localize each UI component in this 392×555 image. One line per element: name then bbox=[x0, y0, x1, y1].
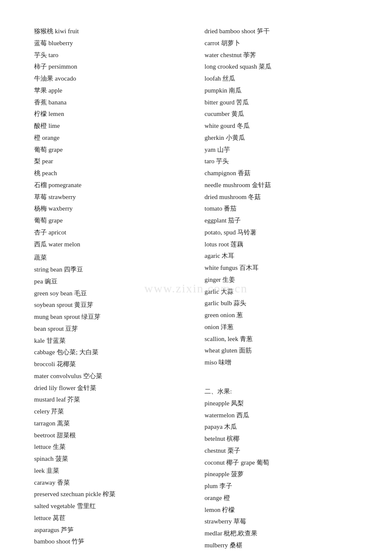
list-item: garlic 大蒜 bbox=[205, 286, 358, 298]
list-item: 葡萄 grape bbox=[34, 144, 187, 156]
list-item: 蔬菜 bbox=[34, 252, 187, 264]
list-item: orange 橙 bbox=[205, 492, 358, 504]
list-item: 牛油果 avocado bbox=[34, 73, 187, 85]
list-item: carrot 胡萝卜 bbox=[205, 38, 358, 49]
list-item: green onion 葱 bbox=[205, 309, 358, 321]
list-item: papaya 木瓜 bbox=[205, 421, 358, 433]
list-item: leek 韭菜 bbox=[34, 465, 187, 477]
list-item: salted vegetable 雪里红 bbox=[34, 500, 187, 512]
list-item: loofah 丝瓜 bbox=[205, 73, 358, 85]
list-item: kale 甘蓝菜 bbox=[34, 335, 187, 347]
list-item: medlar 枇杷,欧查果 bbox=[205, 528, 358, 540]
list-item: 橙 orange bbox=[34, 132, 187, 144]
list-item: string bean 四季豆 bbox=[34, 264, 187, 276]
list-item: potato, spud 马铃薯 bbox=[205, 227, 358, 239]
list-item: spinach 菠菜 bbox=[34, 453, 187, 465]
list-item: garlic bulb 蒜头 bbox=[205, 298, 358, 309]
list-item: preserved szechuan pickle 榨菜 bbox=[34, 489, 187, 500]
list-item: betelnut 槟椰 bbox=[205, 433, 358, 445]
list-item: 葡萄 grape bbox=[34, 215, 187, 227]
list-item: celery 芹菜 bbox=[34, 406, 187, 418]
list-item: chestnut 栗子 bbox=[205, 445, 358, 457]
list-item: lettuce 生菜 bbox=[34, 441, 187, 453]
list-item: coconut 椰子 grape 葡萄 bbox=[205, 457, 358, 469]
list-item: white fungus 百木耳 bbox=[205, 262, 358, 274]
list-item: 西瓜 water melon bbox=[34, 239, 187, 251]
list-item: strawberry 草莓 bbox=[205, 516, 358, 528]
list-item: dried mushroom 冬菇 bbox=[205, 191, 358, 203]
list-item: mulberry 桑椹 bbox=[205, 540, 358, 552]
list-item: taro 芋头 bbox=[205, 156, 358, 168]
list-item: 梨 pear bbox=[34, 156, 187, 168]
list-item: 柿子 persimmon bbox=[34, 61, 187, 73]
list-item: 草莓 strawberry bbox=[34, 191, 187, 203]
list-item: 蓝莓 blueberry bbox=[34, 38, 187, 49]
list-item: scallion, leek 青葱 bbox=[205, 333, 358, 345]
list-item: yam 山芋 bbox=[205, 144, 358, 156]
list-item: tarragon 蒿菜 bbox=[34, 418, 187, 430]
list-item: pumpkin 南瓜 bbox=[205, 85, 358, 97]
list-item: 酸橙 lime bbox=[34, 120, 187, 132]
list-item: 柠檬 lemen bbox=[34, 108, 187, 120]
list-item: white gourd 冬瓜 bbox=[205, 120, 358, 132]
spacer bbox=[205, 369, 358, 375]
list-item: green soy bean 毛豆 bbox=[34, 288, 187, 300]
list-item: 桃 peach bbox=[34, 168, 187, 179]
list-item: cabbage 包心菜; 大白菜 bbox=[34, 347, 187, 358]
list-item: champignon 香菇 bbox=[205, 168, 358, 179]
main-content: 猕猴桃 kiwi fruit蓝莓 blueberry芋头 taro柿子 pers… bbox=[34, 26, 358, 552]
list-item: lemon 柠檬 bbox=[205, 504, 358, 516]
list-item: plum 李子 bbox=[205, 480, 358, 492]
list-item: tomato 番茄 bbox=[205, 203, 358, 215]
list-item: gherkin 小黄瓜 bbox=[205, 132, 358, 144]
list-item: needle mushroom 金针菇 bbox=[205, 179, 358, 191]
right-column: dried bamboo shoot 笋干carrot 胡萝卜water che… bbox=[196, 26, 358, 552]
list-item: bitter gourd 苦瓜 bbox=[205, 97, 358, 109]
list-item: dried bamboo shoot 笋干 bbox=[205, 26, 358, 38]
list-item: 杨梅 waxberry bbox=[34, 203, 187, 215]
list-item: agaric 木耳 bbox=[205, 250, 358, 262]
list-item: 猕猴桃 kiwi fruit bbox=[34, 26, 187, 38]
list-item: ginger 生姜 bbox=[205, 274, 358, 286]
list-item: 杏子 apricot bbox=[34, 227, 187, 239]
list-item: pea 豌豆 bbox=[34, 276, 187, 288]
list-item: mung bean sprout 绿豆芽 bbox=[34, 311, 187, 323]
list-item: lotus root 莲藕 bbox=[205, 239, 358, 251]
list-item: mustard leaf 芥菜 bbox=[34, 394, 187, 406]
list-item: mater convolvulus 空心菜 bbox=[34, 370, 187, 382]
list-item: broccoli 花椰菜 bbox=[34, 358, 187, 370]
list-item: caraway 香菜 bbox=[34, 477, 187, 489]
list-item: bamboo shoot 竹笋 bbox=[34, 536, 187, 548]
list-item: watermelon 西瓜 bbox=[205, 410, 358, 422]
list-item: eggplant 茄子 bbox=[205, 215, 358, 227]
section-header: 二、水果: bbox=[205, 385, 358, 398]
list-item: 芋头 taro bbox=[34, 49, 187, 61]
list-item: onion 洋葱 bbox=[205, 321, 358, 333]
list-item: bean sprout 豆芽 bbox=[34, 323, 187, 335]
list-item: 香蕉 banana bbox=[34, 97, 187, 109]
list-item: long crooked squash 菜瓜 bbox=[205, 61, 358, 73]
list-item: asparagus 芦笋 bbox=[34, 524, 187, 536]
list-item: miso 味噌 bbox=[205, 357, 358, 369]
list-item: lettuce 莴苣 bbox=[34, 512, 187, 524]
list-item: soybean sprout 黄豆芽 bbox=[34, 299, 187, 311]
list-item: cucumber 黄瓜 bbox=[205, 108, 358, 120]
list-item: 石榴 pomegranate bbox=[34, 179, 187, 191]
list-item: water chestnut 荸荠 bbox=[205, 49, 358, 61]
list-item: pineapple 菠萝 bbox=[205, 468, 358, 480]
list-item: 苹果 apple bbox=[34, 85, 187, 97]
list-item: pineapple 凤梨 bbox=[205, 398, 358, 410]
left-column: 猕猴桃 kiwi fruit蓝莓 blueberry芋头 taro柿子 pers… bbox=[34, 26, 196, 552]
list-item: beetroot 甜菜根 bbox=[34, 430, 187, 442]
list-item: wheat gluten 面筋 bbox=[205, 345, 358, 357]
list-item: dried lily flower 金针菜 bbox=[34, 382, 187, 394]
